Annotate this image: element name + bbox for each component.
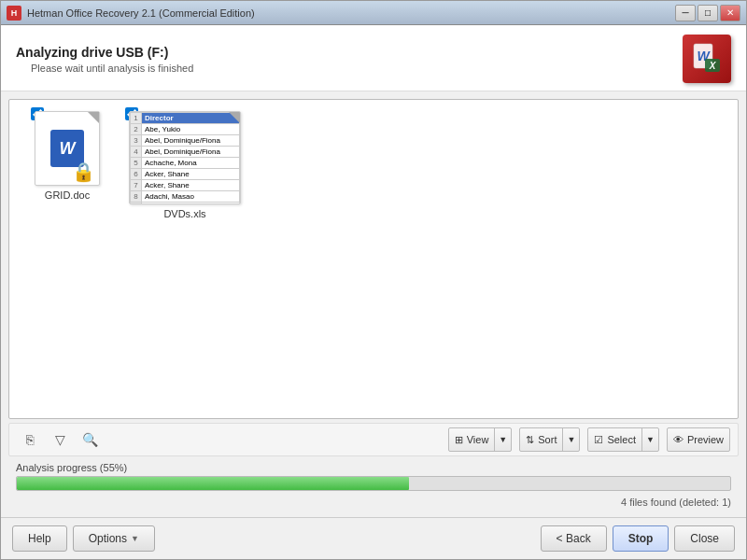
sort-dropdown-arrow[interactable]: ▼ — [562, 428, 579, 451]
progress-label: Analysis progress (55%) — [16, 462, 731, 473]
copy-icon: ⎘ — [26, 432, 34, 447]
excel-cell: Acker, Shane — [142, 180, 240, 191]
excel-cell: Acker, Shane — [142, 169, 240, 180]
file-item-excel-inner: 1 Director 2 Abe, Yukio 3 Abel, Dominiqu… — [129, 111, 241, 204]
sort-label: Sort — [538, 434, 557, 445]
header-section: Analyzing drive USB (F:) Please wait unt… — [1, 25, 746, 91]
view-label-container: ⊞ View — [449, 434, 495, 446]
excel-preview-table: 1 Director 2 Abe, Yukio 3 Abel, Dominiqu… — [130, 112, 240, 204]
file-item-word[interactable]: W 🔒 GRID.doc — [21, 111, 114, 407]
close-button[interactable]: Close — [674, 525, 735, 552]
view-dropdown-arrow[interactable]: ▼ — [494, 428, 511, 451]
progress-bar-fill — [17, 477, 409, 490]
search-icon: 🔍 — [82, 432, 98, 447]
preview-label-container: 👁 Preview — [668, 434, 729, 445]
bottom-buttons: Help Options ▼ < Back Stop Close — [1, 517, 746, 559]
window-controls: ─ □ ✕ — [675, 5, 740, 21]
excel-row-num: 2 — [131, 124, 142, 135]
sort-label-container: ⇅ Sort — [520, 434, 562, 446]
back-button[interactable]: < Back — [541, 525, 607, 552]
file-icon-excel: 1 Director 2 Abe, Yukio 3 Abel, Dominiqu… — [129, 111, 241, 204]
status-bar: 4 files found (deleted: 1) — [8, 495, 739, 510]
select-label: Select — [607, 434, 636, 445]
help-button[interactable]: Help — [12, 525, 67, 552]
page-title: Analyzing drive USB (F:) — [16, 45, 193, 60]
file-name-excel: DVDs.xls — [129, 208, 241, 219]
preview-label: Preview — [687, 434, 724, 445]
select-label-container: ☑ Select — [588, 434, 641, 446]
lock-icon: 🔒 — [72, 161, 95, 183]
select-icon: ☑ — [594, 434, 603, 446]
file-name-word: GRID.doc — [45, 189, 90, 201]
app-icon: H — [7, 6, 21, 21]
excel-cell: Adamson, Andrew — [142, 203, 240, 205]
excel-row-num: 1 — [131, 113, 142, 124]
options-label: Options — [89, 532, 127, 545]
window-title: Hetman Office Recovery 2.1 (Commercial E… — [27, 7, 675, 19]
logo-svg: W X — [690, 42, 724, 76]
copy-button[interactable]: ⎘ — [17, 427, 43, 452]
view-icon: ⊞ — [455, 434, 463, 446]
select-button[interactable]: ☑ Select ▼ — [587, 427, 659, 452]
btn-group-left: Help Options ▼ — [12, 525, 155, 552]
maximize-button[interactable]: □ — [698, 5, 718, 21]
btn-group-right: < Back Stop Close — [541, 525, 735, 552]
filter-icon: ▽ — [55, 432, 65, 447]
view-button[interactable]: ⊞ View ▼ — [448, 427, 513, 452]
page-subtitle: Please wait until analysis is finished — [16, 63, 193, 74]
excel-cell: Achache, Mona — [142, 158, 240, 169]
stop-button[interactable]: Stop — [613, 525, 669, 552]
logo-box: W X — [683, 35, 731, 83]
excel-cell: Abel, Dominique/Fiona — [142, 135, 240, 147]
sort-button[interactable]: ⇅ Sort ▼ — [519, 427, 580, 452]
view-label: View — [467, 434, 489, 445]
excel-cell: Adachi, Masao — [142, 191, 240, 203]
app-logo: W X — [683, 35, 731, 83]
minimize-button[interactable]: ─ — [675, 5, 696, 21]
file-icon-word: W 🔒 — [35, 111, 100, 186]
filter-button[interactable]: ▽ — [47, 427, 73, 452]
search-button[interactable]: 🔍 — [77, 427, 103, 452]
progress-section: Analysis progress (55%) — [8, 460, 739, 495]
options-arrow-icon: ▼ — [131, 534, 139, 543]
main-area: W 🔒 GRID.doc 1 Director — [1, 91, 746, 517]
excel-cell: Abel, Dominique/Fiona — [142, 147, 240, 158]
svg-text:X: X — [709, 61, 717, 71]
file-item-word-inner: W 🔒 — [35, 111, 100, 186]
header-text: Analyzing drive USB (F:) Please wait unt… — [16, 45, 193, 74]
status-text: 4 files found (deleted: 1) — [621, 497, 731, 508]
help-label: Help — [28, 532, 51, 545]
options-button[interactable]: Options ▼ — [73, 525, 155, 552]
file-item-excel[interactable]: 1 Director 2 Abe, Yukio 3 Abel, Dominiqu… — [129, 111, 241, 407]
close-window-button[interactable]: ✕ — [720, 5, 740, 21]
sort-icon: ⇅ — [526, 434, 534, 446]
toolbar-bottom: ⎘ ▽ 🔍 ⊞ View ▼ ⇅ Sort — [8, 423, 739, 456]
back-label: < Back — [557, 532, 591, 545]
excel-cell: Abe, Yukio — [142, 124, 240, 135]
progress-bar-container — [16, 476, 731, 491]
preview-button[interactable]: 👁 Preview — [667, 427, 730, 452]
title-bar: H Hetman Office Recovery 2.1 (Commercial… — [1, 1, 746, 25]
files-panel: W 🔒 GRID.doc 1 Director — [8, 99, 739, 419]
main-window: H Hetman Office Recovery 2.1 (Commercial… — [0, 0, 747, 560]
preview-icon: 👁 — [673, 434, 684, 445]
select-dropdown-arrow[interactable]: ▼ — [641, 428, 658, 451]
stop-label: Stop — [628, 532, 654, 545]
excel-header: Director — [142, 113, 240, 124]
close-label: Close — [690, 532, 719, 545]
